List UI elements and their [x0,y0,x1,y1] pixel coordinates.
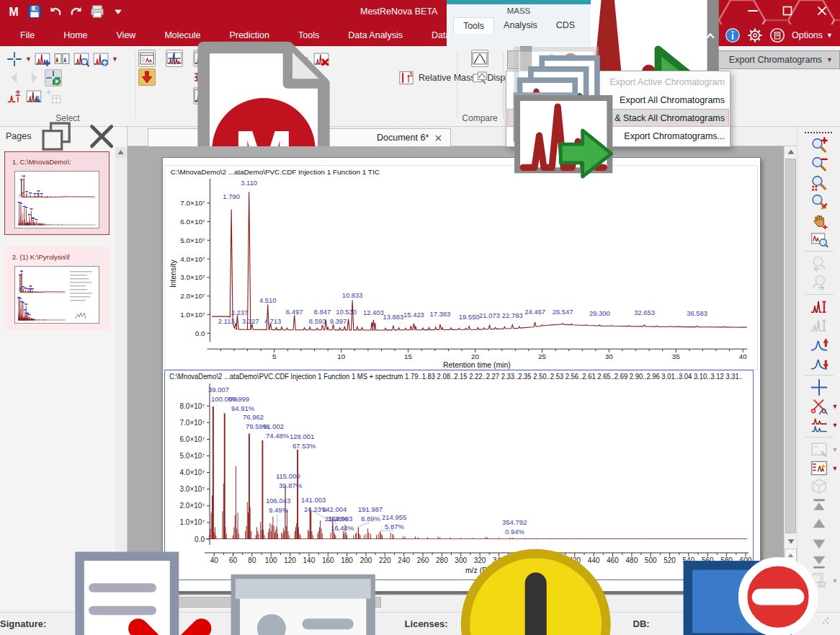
scroll-up-icon[interactable] [785,146,797,158]
zoom-preview-button[interactable] [808,230,831,248]
tab-mass-analysis[interactable]: Analysis [494,17,547,34]
previous-zoom-button[interactable] [808,254,831,272]
resize-grip[interactable] [822,617,837,632]
cube-3d-button[interactable] [808,478,831,496]
svg-text:21.073: 21.073 [479,312,500,320]
document-canvas[interactable]: C:\MnovaDemo\2 ...ataDemo\PVC.CDF Inject… [128,146,784,595]
arrange-plots-button[interactable]: ▼ [808,459,831,477]
zoom-in-button[interactable] [808,136,831,154]
svg-text:500: 500 [645,556,657,564]
svg-text:0.0: 0.0 [195,329,205,337]
crosshair-button[interactable] [808,378,831,396]
svg-text:0.94%: 0.94% [505,528,524,536]
quick-access-caret-icon[interactable] [110,4,126,19]
vertical-scroll-thumb[interactable] [785,159,796,533]
stack-spectra-caret-icon[interactable]: ▼ [832,422,839,429]
document-page[interactable]: C:\MnovaDemo\2 ...ataDemo\PVC.CDF Inject… [162,157,761,592]
cut-peaks-caret-icon[interactable]: ▼ [832,404,839,410]
redo-button[interactable] [68,4,84,19]
svg-text:191.987: 191.987 [358,505,383,513]
page-thumbnail-item-2[interactable]: 2. (1) K:\Pyrolysis\f [4,247,110,330]
tab-mass-cds[interactable]: CDS [547,17,584,34]
undo-button[interactable] [48,4,63,19]
pages-panel: Pages 1. C:\MnovaDemo\:2. (1) K:\Pyrolys… [0,127,128,610]
settings-gear-icon[interactable] [747,27,763,43]
pages-scroll-up-icon[interactable] [115,147,126,158]
bring-to-front-button[interactable] [808,497,831,515]
print-button[interactable] [89,4,105,19]
pages-scrollbar[interactable] [115,147,126,608]
info-icon[interactable] [725,27,741,43]
collapse-ribbon-icon[interactable] [702,27,718,43]
page-layout-button[interactable] [138,50,156,67]
svg-text:50.999: 50.999 [228,395,249,403]
options-button[interactable]: Options ▼ [792,30,833,40]
whiteboard-caret-icon[interactable]: ▼ [832,447,839,453]
stack-spectra-button[interactable]: ▼ [808,416,831,434]
menu-item-export-chromatograms[interactable]: Export Chromatograms... [507,127,729,145]
titration-button[interactable]: ± [6,88,23,105]
add-spectrum-button[interactable] [92,50,110,68]
relative-masses-icon[interactable]: 1 [398,69,415,86]
maximize-button[interactable] [779,3,795,19]
mnova-logo-icon[interactable]: M [6,4,22,19]
cut-peaks-button[interactable]: ▼ [808,397,831,415]
fit-to-height-button[interactable] [808,298,831,316]
import-data-button[interactable] [138,68,156,86]
previous-button[interactable] [6,69,23,86]
close-button[interactable] [814,3,830,19]
auto-select-button[interactable] [45,69,62,86]
compare-overlay-button[interactable] [471,69,488,86]
minimize-button[interactable] [745,3,761,19]
next-zoom-button[interactable] [808,273,831,291]
license-warning-icon[interactable] [455,543,617,635]
increase-intensity-button[interactable] [808,335,831,353]
compare-single-button[interactable] [471,50,488,67]
tic-chromatogram-chart[interactable]: C:\MnovaDemo\2 ...ataDemo\PVC.CDF Inject… [164,165,758,370]
document-tab-close-icon[interactable] [434,133,443,143]
db-disconnected-icon[interactable] [656,543,818,635]
bit-depth-32-caret-icon[interactable]: ▼ [832,578,839,585]
page-thumbnail-item-1[interactable]: 1. C:\MnovaDemo\: [4,151,110,235]
document-vertical-scrollbar[interactable] [784,146,797,595]
menubar-right: Options ▼ [702,25,833,46]
menu-item-view[interactable]: View [102,25,151,46]
add-spectrum-caret-icon[interactable]: ▼ [112,56,118,63]
arrange-plots-caret-icon[interactable]: ▼ [832,466,839,472]
find-peaks-button[interactable] [73,50,90,68]
page-thumbnail[interactable] [14,171,99,228]
identity-card-icon[interactable] [222,543,384,635]
svg-text:9.397: 9.397 [330,317,347,325]
crosshair-select-button[interactable] [6,50,23,68]
toolbar-drag-handle[interactable] [805,132,832,133]
svg-text:2.0×10⁷: 2.0×10⁷ [180,292,205,300]
whiteboard-button[interactable]: ▼ [808,440,831,458]
crosshair-select-caret-icon[interactable]: ▼ [25,56,32,63]
zoom-selection-button[interactable] [808,174,831,192]
selection-table-button[interactable] [45,88,62,105]
document-tab-label: Document 6* [377,133,429,143]
menu-item-home[interactable]: Home [49,25,102,46]
svg-text:35: 35 [672,352,681,360]
save-button[interactable] [27,4,43,19]
split-view-button[interactable] [53,50,71,68]
combine-plots-button[interactable]: & [25,88,43,105]
next-button[interactable] [25,69,43,86]
expand-trace-button[interactable] [34,50,51,68]
svg-text:74.48%: 74.48% [266,432,290,440]
tab-mass-tools[interactable]: Tools [453,17,494,34]
signature-invalid-icon[interactable] [53,543,215,635]
svg-text:1: 1 [409,71,413,78]
menu-item-file[interactable]: File [6,25,49,46]
document-tab[interactable]: M Document 6* [148,128,451,146]
move-forward-button[interactable] [808,515,831,533]
fit-to-height-alt-button[interactable] [808,316,831,334]
page-thumbnail[interactable] [14,266,99,324]
svg-text:2.0×10⁷: 2.0×10⁷ [180,502,205,510]
zoom-out-button[interactable] [808,155,831,173]
decrease-intensity-button[interactable] [808,354,831,372]
manual-zoom-button[interactable] [808,192,831,210]
report-icon[interactable] [769,27,785,43]
svg-text:8.0×10⁷: 8.0×10⁷ [180,402,205,410]
pan-button[interactable] [808,211,831,229]
